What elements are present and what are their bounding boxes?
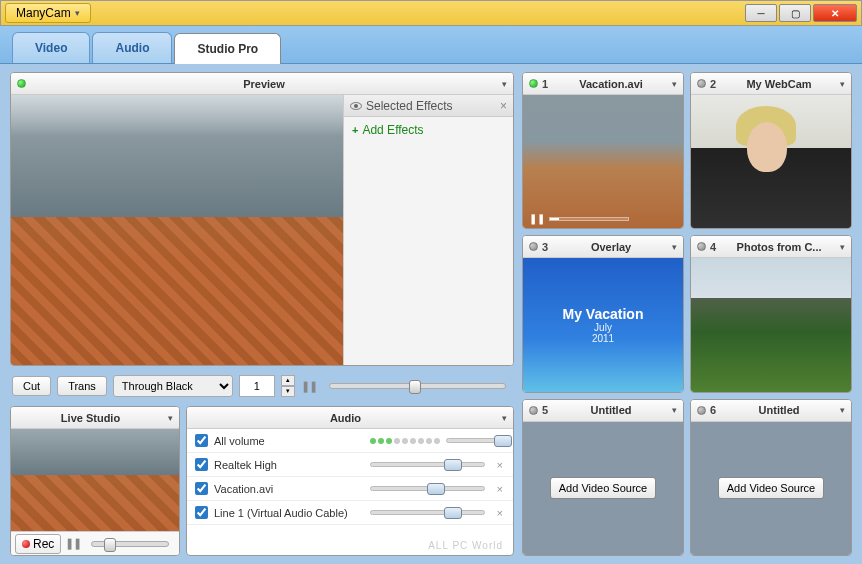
transition-select[interactable]: Through Black [113, 375, 233, 397]
chevron-down-icon[interactable]: ▾ [672, 405, 677, 415]
source-number: 3 [542, 241, 548, 253]
preview-video[interactable] [11, 95, 343, 365]
add-effects-button[interactable]: Add Effects [344, 117, 513, 143]
duration-down-button[interactable]: ▾ [281, 386, 295, 397]
remove-audio-button[interactable]: × [495, 507, 505, 519]
source-thumbnail[interactable] [691, 258, 851, 391]
tab-video[interactable]: Video [12, 32, 90, 63]
source-panel[interactable]: 6Untitled▾Add Video Source [690, 399, 852, 556]
cut-button[interactable]: Cut [12, 376, 51, 396]
source-number: 5 [542, 404, 548, 416]
source-title: Vacation.avi [554, 78, 668, 90]
close-effects-button[interactable]: × [500, 99, 507, 113]
preview-title: Preview [30, 78, 498, 90]
audio-label: Realtek High [214, 459, 364, 471]
audio-enable-checkbox[interactable] [195, 434, 208, 447]
source-thumbnail[interactable] [691, 95, 851, 228]
watermark: ALL PC World [428, 540, 503, 551]
effects-title: Selected Effects [366, 99, 453, 113]
add-video-source-button[interactable]: Add Video Source [718, 477, 824, 499]
tab-studio-pro[interactable]: Studio Pro [174, 33, 281, 64]
chevron-down-icon[interactable]: ▾ [672, 242, 677, 252]
remove-audio-button[interactable]: × [495, 483, 505, 495]
source-title: Untitled [722, 404, 836, 416]
chevron-down-icon[interactable]: ▾ [672, 79, 677, 89]
audio-label: All volume [214, 435, 364, 447]
chevron-down-icon[interactable]: ▾ [840, 79, 845, 89]
record-icon [22, 540, 30, 548]
audio-enable-checkbox[interactable] [195, 482, 208, 495]
pause-button[interactable]: ❚❚ [65, 537, 81, 550]
audio-row: Line 1 (Virtual Audio Cable)× [187, 501, 513, 525]
source-thumbnail[interactable]: Add Video Source [523, 422, 683, 555]
titlebar: ManyCam ─ ▢ ✕ [0, 0, 862, 26]
main-tabs: Video Audio Studio Pro [0, 26, 862, 64]
progress-bar[interactable] [549, 217, 629, 221]
remove-audio-button[interactable]: × [495, 459, 505, 471]
source-panel[interactable]: 3Overlay▾My VacationJuly2011 [522, 235, 684, 392]
volume-slider[interactable] [370, 462, 485, 467]
status-dot-icon [697, 242, 706, 251]
pause-icon[interactable]: ❚❚ [529, 213, 545, 224]
transition-slider[interactable] [329, 383, 506, 389]
audio-row: All volume [187, 429, 513, 453]
add-video-source-button[interactable]: Add Video Source [550, 477, 656, 499]
source-thumbnail[interactable]: ❚❚ [523, 95, 683, 228]
pause-icon[interactable]: ❚❚ [301, 380, 317, 393]
source-number: 2 [710, 78, 716, 90]
live-studio-preview[interactable] [11, 429, 179, 531]
live-slider[interactable] [91, 541, 169, 547]
chevron-down-icon[interactable]: ▾ [840, 242, 845, 252]
duration-up-button[interactable]: ▴ [281, 375, 295, 386]
source-panel[interactable]: 5Untitled▾Add Video Source [522, 399, 684, 556]
duration-input[interactable] [239, 375, 275, 397]
audio-row: Vacation.avi× [187, 477, 513, 501]
audio-title: Audio [193, 412, 498, 424]
source-title: Untitled [554, 404, 668, 416]
tab-audio[interactable]: Audio [92, 32, 172, 63]
live-studio-panel: Live Studio ▾ Rec ❚❚ [10, 406, 180, 556]
source-panel[interactable]: 1Vacation.avi▾❚❚ [522, 72, 684, 229]
audio-enable-checkbox[interactable] [195, 458, 208, 471]
status-dot-icon [529, 242, 538, 251]
source-title: Photos from C... [722, 241, 836, 253]
volume-slider[interactable] [370, 486, 485, 491]
window-minimize-button[interactable]: ─ [745, 4, 777, 22]
volume-meter [370, 438, 440, 444]
source-panel[interactable]: 4Photos from C...▾ [690, 235, 852, 392]
chevron-down-icon[interactable]: ▾ [840, 405, 845, 415]
preview-panel: Preview ▾ Selected Effects × Add Effects [10, 72, 514, 366]
source-title: Overlay [554, 241, 668, 253]
audio-panel: Audio ▾ All volumeRealtek High×Vacation.… [186, 406, 514, 556]
source-thumbnail[interactable]: My VacationJuly2011 [523, 258, 683, 391]
volume-slider[interactable] [446, 438, 501, 443]
transition-controls: Cut Trans Through Black ▴ ▾ ❚❚ [10, 372, 514, 400]
effects-pane: Selected Effects × Add Effects [343, 95, 513, 365]
source-thumbnail[interactable]: Add Video Source [691, 422, 851, 555]
audio-label: Vacation.avi [214, 483, 364, 495]
chevron-down-icon[interactable]: ▾ [168, 413, 173, 423]
status-dot-icon [697, 79, 706, 88]
app-menu-button[interactable]: ManyCam [5, 3, 91, 23]
trans-button[interactable]: Trans [57, 376, 107, 396]
volume-slider[interactable] [370, 510, 485, 515]
status-dot-icon [529, 79, 538, 88]
source-number: 1 [542, 78, 548, 90]
window-maximize-button[interactable]: ▢ [779, 4, 811, 22]
audio-enable-checkbox[interactable] [195, 506, 208, 519]
audio-row: Realtek High× [187, 453, 513, 477]
source-title: My WebCam [722, 78, 836, 90]
source-number: 4 [710, 241, 716, 253]
audio-label: Line 1 (Virtual Audio Cable) [214, 507, 364, 519]
chevron-down-icon[interactable]: ▾ [502, 413, 507, 423]
status-dot-icon [17, 79, 26, 88]
live-studio-title: Live Studio [17, 412, 164, 424]
source-panel[interactable]: 2My WebCam▾ [690, 72, 852, 229]
eye-icon [350, 102, 362, 110]
status-dot-icon [697, 406, 706, 415]
source-number: 6 [710, 404, 716, 416]
chevron-down-icon[interactable]: ▾ [502, 79, 507, 89]
status-dot-icon [529, 406, 538, 415]
window-close-button[interactable]: ✕ [813, 4, 857, 22]
record-button[interactable]: Rec [15, 534, 61, 554]
